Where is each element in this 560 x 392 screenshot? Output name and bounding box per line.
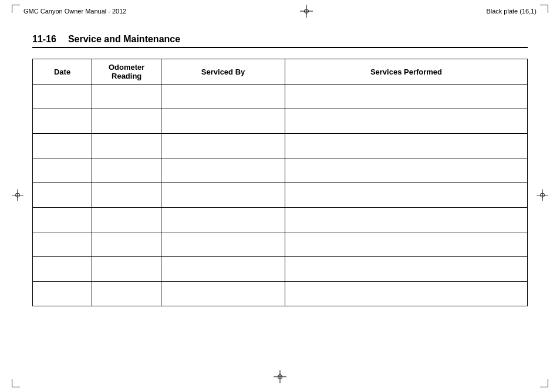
side-crosshair-left (12, 190, 23, 203)
cell-serviced-by-2 (161, 109, 285, 134)
cell-odometer-2 (92, 109, 161, 134)
cell-services-8 (285, 257, 527, 282)
cell-date-8 (33, 257, 92, 282)
corner-mark-top-left (12, 5, 20, 13)
header-crosshair (300, 5, 313, 18)
cell-serviced-by-1 (161, 85, 285, 109)
cell-services-4 (285, 158, 527, 183)
cell-odometer-3 (92, 134, 161, 158)
cell-date-6 (33, 208, 92, 232)
cell-odometer-5 (92, 183, 161, 208)
cell-odometer-1 (92, 85, 161, 109)
section-heading: 11-16 Service and Maintenance (32, 34, 528, 48)
cell-serviced-by-4 (161, 158, 285, 183)
table-header-row: Date OdometerReading Serviced By Service… (33, 59, 528, 85)
col-header-date: Date (33, 59, 92, 85)
cell-odometer-8 (92, 257, 161, 282)
cell-services-3 (285, 134, 527, 158)
cell-services-5 (285, 183, 527, 208)
cell-services-6 (285, 208, 527, 232)
cell-services-2 (285, 109, 527, 134)
table-row (33, 85, 528, 109)
cell-odometer-6 (92, 208, 161, 232)
col-header-serviced-by: Serviced By (161, 59, 285, 85)
corner-mark-top-right (540, 5, 548, 13)
table-row (33, 257, 528, 282)
header-right-text: Black plate (16,1) (486, 8, 537, 15)
cell-serviced-by-5 (161, 183, 285, 208)
cell-date-2 (33, 109, 92, 134)
cell-serviced-by-6 (161, 208, 285, 232)
col-header-services-performed: Services Performed (285, 59, 527, 85)
cell-serviced-by-8 (161, 257, 285, 282)
cell-date-5 (33, 183, 92, 208)
content-area: 11-16 Service and Maintenance Date Odome… (0, 22, 560, 324)
cell-odometer-4 (92, 158, 161, 183)
table-row (33, 183, 528, 208)
corner-mark-bottom-left (12, 379, 20, 387)
side-crosshair-right (537, 190, 548, 203)
cell-date-1 (33, 85, 92, 109)
corner-mark-bottom-right (540, 379, 548, 387)
table-row (33, 109, 528, 134)
table-row (33, 208, 528, 232)
cell-serviced-by-9 (161, 282, 285, 306)
cell-date-9 (33, 282, 92, 306)
table-row (33, 282, 528, 306)
cell-services-9 (285, 282, 527, 306)
cell-services-7 (285, 232, 527, 257)
col-header-odometer: OdometerReading (92, 59, 161, 85)
cell-odometer-9 (92, 282, 161, 306)
table-row (33, 158, 528, 183)
cell-date-3 (33, 134, 92, 158)
page-header: GMC Canyon Owner Manual - 2012 Black pla… (0, 0, 560, 22)
header-left-text: GMC Canyon Owner Manual - 2012 (23, 8, 126, 15)
page-container: GMC Canyon Owner Manual - 2012 Black pla… (0, 0, 560, 392)
section-number: 11-16 (32, 34, 56, 45)
cell-serviced-by-7 (161, 232, 285, 257)
table-row (33, 232, 528, 257)
cell-odometer-7 (92, 232, 161, 257)
cell-services-1 (285, 85, 527, 109)
bottom-crosshair (274, 370, 286, 385)
cell-date-7 (33, 232, 92, 257)
cell-serviced-by-3 (161, 134, 285, 158)
cell-date-4 (33, 158, 92, 183)
section-title: Service and Maintenance (68, 34, 180, 45)
maintenance-table: Date OdometerReading Serviced By Service… (32, 59, 528, 306)
table-row (33, 134, 528, 158)
